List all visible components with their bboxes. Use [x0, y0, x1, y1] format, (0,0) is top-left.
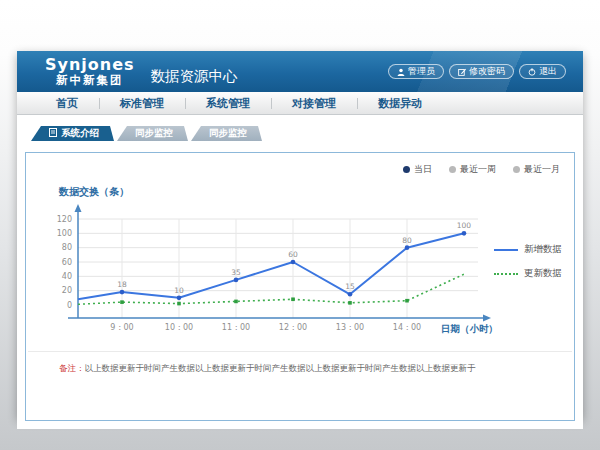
- svg-text:15: 15: [345, 282, 355, 291]
- tab-label: 同步监控: [209, 127, 247, 140]
- svg-text:35: 35: [231, 268, 241, 277]
- chart-panel: 当日 最近一周 最近一月 数据交换（条） 0204060801001209：00…: [25, 152, 575, 421]
- radio-label: 当日: [414, 163, 432, 176]
- solid-line-swatch-icon: [494, 249, 518, 251]
- logout-icon: [528, 68, 536, 76]
- footnote-prefix: 备注：: [59, 363, 85, 373]
- svg-text:80: 80: [402, 236, 412, 245]
- admin-user-button[interactable]: 管理员: [388, 64, 444, 79]
- chart-legend: 新增数据 更新数据: [494, 243, 562, 291]
- radio-dot: [403, 166, 410, 173]
- main-nav: 首页 标准管理 系统管理 对接管理 数据异动: [17, 92, 583, 115]
- radio-last-week[interactable]: 最近一周: [449, 163, 496, 176]
- svg-text:100: 100: [457, 221, 472, 230]
- tab-label: 同步监控: [135, 127, 173, 140]
- svg-text:14：00: 14：00: [393, 323, 421, 332]
- svg-text:20: 20: [62, 286, 72, 295]
- svg-text:12：00: 12：00: [279, 323, 307, 332]
- line-chart: 0204060801001209：0010：0011：0012：0013：001…: [53, 201, 523, 343]
- legend-label: 更新数据: [524, 267, 562, 280]
- logout-label: 退出: [539, 65, 557, 78]
- radio-last-month[interactable]: 最近一月: [513, 163, 560, 176]
- legend-new-data[interactable]: 新增数据: [494, 243, 562, 256]
- legend-label: 新增数据: [524, 243, 562, 256]
- y-axis-title: 数据交换（条）: [59, 185, 129, 199]
- svg-text:60: 60: [62, 258, 72, 267]
- logo-chinese: 新中新集团: [45, 74, 135, 86]
- app-header: Synjones 新中新集团 数据资源中心 管理员 修改密码 退出: [17, 51, 583, 92]
- radio-label: 最近一月: [524, 163, 560, 176]
- footnote: 备注：以上数据更新于时间产生数据以上数据更新于时间产生数据以上数据更新于时间产生…: [59, 362, 554, 375]
- tab-bar: 系统介绍 同步监控 同步监控: [31, 126, 583, 141]
- note-divider: [28, 351, 572, 352]
- company-logo: Synjones 新中新集团: [45, 57, 135, 86]
- svg-text:11：00: 11：00: [222, 323, 250, 332]
- svg-text:10: 10: [174, 286, 184, 295]
- edit-icon: [458, 68, 466, 76]
- svg-text:日期（小时）: 日期（小时）: [441, 323, 498, 335]
- change-password-button[interactable]: 修改密码: [449, 64, 514, 79]
- document-icon: [49, 128, 57, 139]
- content-area: 系统介绍 同步监控 同步监控 当日 最近一周: [17, 126, 583, 429]
- svg-text:0: 0: [67, 301, 72, 310]
- radio-today[interactable]: 当日: [403, 163, 432, 176]
- nav-item-standards[interactable]: 标准管理: [99, 92, 185, 115]
- app-window: Synjones 新中新集团 数据资源中心 管理员 修改密码 退出: [17, 51, 583, 418]
- change-password-label: 修改密码: [469, 65, 505, 78]
- svg-text:9：00: 9：00: [110, 323, 133, 332]
- dotted-line-swatch-icon: [494, 273, 518, 275]
- user-actions: 管理员 修改密码 退出: [388, 64, 566, 79]
- radio-dot: [449, 166, 456, 173]
- svg-text:40: 40: [62, 272, 72, 281]
- nav-item-home[interactable]: 首页: [35, 92, 99, 115]
- svg-text:60: 60: [288, 250, 298, 259]
- admin-user-label: 管理员: [408, 65, 435, 78]
- nav-item-interface[interactable]: 对接管理: [271, 92, 357, 115]
- nav-item-system[interactable]: 系统管理: [185, 92, 271, 115]
- svg-text:100: 100: [57, 229, 72, 238]
- tab-sync-monitor-1[interactable]: 同步监控: [117, 126, 188, 141]
- logo-english: Synjones: [45, 57, 135, 74]
- tab-system-intro[interactable]: 系统介绍: [31, 126, 114, 141]
- nav-item-data-change[interactable]: 数据异动: [357, 92, 443, 115]
- user-icon: [397, 68, 405, 76]
- time-range-filter: 当日 最近一周 最近一月: [403, 163, 560, 176]
- svg-text:13：00: 13：00: [336, 323, 364, 332]
- page-title: 数据资源中心: [151, 67, 238, 86]
- svg-text:10：00: 10：00: [165, 323, 193, 332]
- radio-label: 最近一周: [460, 163, 496, 176]
- radio-dot: [513, 166, 520, 173]
- svg-text:18: 18: [117, 280, 127, 289]
- tab-label: 系统介绍: [61, 127, 99, 140]
- tab-sync-monitor-2[interactable]: 同步监控: [191, 126, 262, 141]
- legend-updated-data[interactable]: 更新数据: [494, 267, 562, 280]
- logout-button[interactable]: 退出: [519, 64, 566, 79]
- footnote-text: 以上数据更新于时间产生数据以上数据更新于时间产生数据以上数据更新于时间产生数据以…: [85, 363, 476, 373]
- svg-text:120: 120: [57, 215, 72, 224]
- svg-text:80: 80: [62, 243, 72, 252]
